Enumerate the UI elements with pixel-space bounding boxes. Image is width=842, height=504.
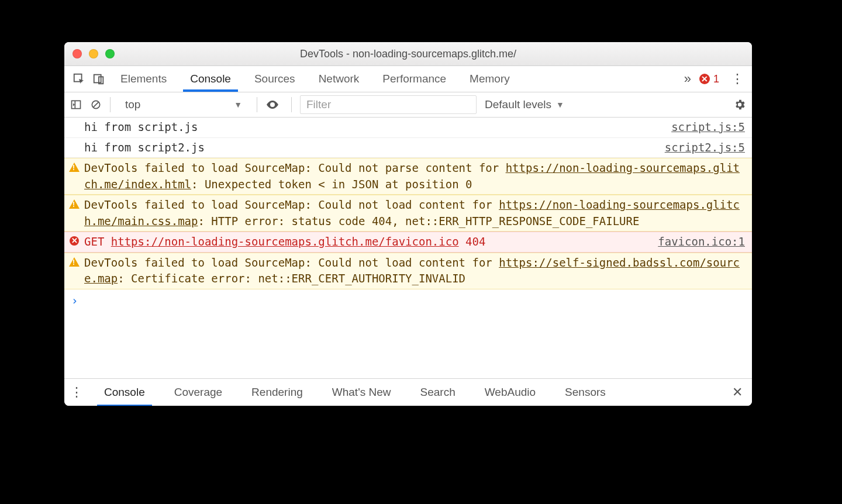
error-icon: ✕: [69, 236, 80, 246]
drawer-menu-icon[interactable]: ⋮: [70, 385, 83, 400]
tab-sources[interactable]: Sources: [253, 67, 296, 91]
message-text: hi from script2.js: [84, 140, 653, 156]
mac-titlebar: DevTools - non-loading-sourcemaps.glitch…: [64, 42, 752, 66]
message-source-link[interactable]: script2.js:5: [665, 140, 745, 156]
drawer-close-icon[interactable]: ✕: [729, 385, 746, 400]
error-count-badge[interactable]: ✕ 1: [699, 73, 719, 85]
console-settings-icon[interactable]: [733, 98, 746, 111]
console-message-log: hi from script.jsscript.js:5: [64, 118, 752, 138]
warning-icon: [69, 162, 80, 172]
main-tabstrip: ElementsConsoleSourcesNetworkPerformance…: [64, 66, 752, 92]
console-sidebar-toggle-icon[interactable]: [70, 99, 82, 111]
dropdown-triangle-icon: ▼: [556, 100, 564, 109]
console-message-error: ✕GET https://non-loading-sourcemaps.glit…: [64, 232, 752, 253]
tab-console[interactable]: Console: [189, 67, 232, 91]
drawer-tab-search[interactable]: Search: [419, 380, 457, 405]
console-message-log: hi from script2.jsscript2.js:5: [64, 138, 752, 158]
zoom-window-button[interactable]: [105, 49, 115, 58]
svg-point-5: [271, 103, 274, 106]
devtools-window: DevTools - non-loading-sourcemaps.glitch…: [64, 42, 752, 406]
warning-icon: [69, 257, 80, 267]
drawer-tab-rendering[interactable]: Rendering: [250, 380, 304, 405]
tab-memory[interactable]: Memory: [468, 67, 511, 91]
message-text: DevTools failed to load SourceMap: Could…: [84, 160, 745, 192]
tabs-overflow-icon[interactable]: »: [684, 71, 691, 87]
console-message-warn: DevTools failed to load SourceMap: Could…: [64, 158, 752, 195]
svg-rect-1: [94, 75, 101, 83]
console-message-warn: DevTools failed to load SourceMap: Could…: [64, 195, 752, 232]
drawer-tab-coverage[interactable]: Coverage: [173, 380, 223, 405]
tab-network[interactable]: Network: [318, 67, 361, 91]
error-count-value: 1: [713, 73, 719, 85]
console-toolbar: top ▼ Default levels ▼: [64, 92, 752, 118]
console-prompt[interactable]: ›: [64, 289, 752, 313]
toolbar-separator: [110, 97, 111, 112]
log-levels-selector[interactable]: Default levels ▼: [485, 98, 564, 111]
message-source-link[interactable]: script.js:5: [671, 119, 745, 136]
message-text: hi from script.js: [84, 119, 660, 136]
window-title: DevTools - non-loading-sourcemaps.glitch…: [64, 48, 752, 60]
console-messages: hi from script.jsscript.js:5hi from scri…: [64, 118, 752, 378]
device-toolbar-icon[interactable]: [89, 69, 109, 89]
tab-performance[interactable]: Performance: [381, 67, 447, 91]
message-text: DevTools failed to load SourceMap: Could…: [84, 197, 745, 229]
clear-console-icon[interactable]: [90, 99, 102, 111]
execution-context-selector[interactable]: top ▼: [119, 95, 249, 114]
message-text: DevTools failed to load SourceMap: Could…: [84, 255, 745, 287]
minimize-window-button[interactable]: [89, 49, 98, 58]
error-icon: ✕: [699, 74, 710, 84]
live-expression-icon[interactable]: [265, 98, 283, 112]
message-source-link[interactable]: favicon.ico:1: [658, 234, 745, 250]
message-url-link[interactable]: https://non-loading-sourcemaps.glitch.me…: [111, 235, 459, 248]
svg-rect-3: [72, 101, 81, 108]
execution-context-value: top: [125, 98, 140, 111]
dropdown-triangle-icon: ▼: [234, 100, 242, 109]
message-text: GET https://non-loading-sourcemaps.glitc…: [84, 234, 646, 250]
message-url-link[interactable]: https://non-loading-sourcemaps.glitch.me…: [84, 161, 740, 191]
drawer-tab-what-s-new[interactable]: What's New: [331, 380, 392, 405]
toolbar-separator: [257, 97, 257, 112]
message-url-link[interactable]: https://non-loading-sourcemaps.glitch.me…: [84, 198, 740, 227]
console-message-warn: DevTools failed to load SourceMap: Could…: [64, 253, 752, 289]
tab-elements[interactable]: Elements: [119, 67, 168, 91]
message-url-link[interactable]: https://self-signed.badssl.com/source.ma…: [84, 256, 740, 285]
main-menu-icon[interactable]: ⋮: [727, 71, 747, 87]
warning-icon: [69, 199, 80, 209]
drawer-tab-webaudio[interactable]: WebAudio: [484, 380, 537, 405]
drawer-tab-sensors[interactable]: Sensors: [564, 380, 607, 405]
traffic-lights: [73, 49, 115, 58]
drawer-tab-console[interactable]: Console: [103, 380, 146, 405]
console-filter-input[interactable]: [300, 95, 477, 114]
log-levels-label: Default levels: [485, 98, 551, 111]
drawer-tabstrip: ⋮ ConsoleCoverageRenderingWhat's NewSear…: [64, 378, 752, 406]
close-window-button[interactable]: [73, 49, 82, 58]
inspect-element-icon[interactable]: [69, 69, 89, 89]
toolbar-separator: [291, 97, 292, 112]
